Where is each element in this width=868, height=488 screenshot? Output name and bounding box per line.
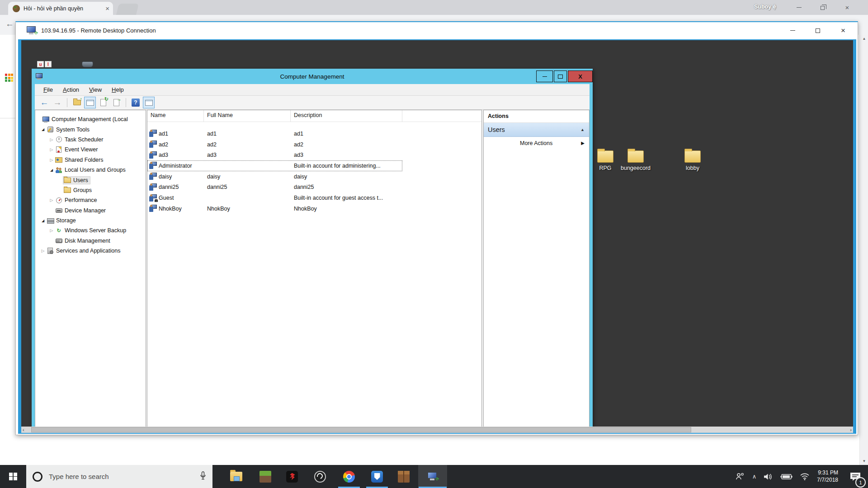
collapse-caret-icon[interactable]: ▲: [580, 127, 585, 132]
user-row-guest[interactable]: ↓Guest Built-in account for guest access…: [147, 192, 402, 203]
more-actions-item[interactable]: More Actions ▶: [484, 137, 589, 149]
browser-tab[interactable]: Hỏi - hỏi về phần quyền ×: [8, 2, 113, 15]
column-header-full-name[interactable]: Full Name: [204, 110, 291, 122]
tree-item-local-users-and-groups[interactable]: ◢ Local Users and Groups: [35, 165, 146, 175]
restore-icon: [821, 6, 825, 10]
cortana-icon: [33, 472, 42, 482]
clock-date: 7/7/2018: [817, 477, 838, 484]
menu-help[interactable]: Help: [107, 86, 129, 93]
expander-icon[interactable]: ▷: [48, 158, 55, 162]
start-button[interactable]: [0, 465, 26, 488]
tree-item-shared-folders[interactable]: ▷ Shared Folders: [35, 155, 146, 165]
taskbar-file-explorer[interactable]: [222, 465, 250, 488]
apps-grid-icon[interactable]: [5, 74, 14, 83]
taskbar-chrome[interactable]: [335, 465, 363, 488]
browser-close-button[interactable]: ×: [835, 0, 860, 15]
wifi-icon[interactable]: [800, 473, 810, 480]
refresh-button[interactable]: ↻: [97, 97, 109, 108]
microphone-icon[interactable]: [200, 471, 206, 482]
desktop-folder-lobby[interactable]: lobby: [668, 150, 717, 171]
show-console-tree-button[interactable]: [84, 97, 96, 108]
desktop-icon-partial[interactable]: u: [37, 61, 44, 67]
actions-users-section[interactable]: Users ▲: [484, 123, 589, 137]
action-center-button[interactable]: 1: [843, 465, 868, 488]
expander-icon[interactable]: ▷: [48, 137, 55, 142]
tree-item-users[interactable]: Users: [35, 175, 146, 185]
tree-item-event-viewer[interactable]: ▷ Event Viewer: [35, 145, 146, 155]
menu-file[interactable]: File: [38, 86, 58, 93]
taskbar-garena[interactable]: [278, 465, 306, 488]
help-button[interactable]: ?: [130, 97, 142, 108]
cm-close-button[interactable]: X: [568, 70, 593, 82]
tree-item-services-and-applications[interactable]: ▷ Services and Applications: [35, 246, 146, 256]
pan-left-icon[interactable]: ‹: [23, 427, 24, 433]
cm-maximize-button[interactable]: [554, 70, 567, 82]
export-list-button[interactable]: →: [110, 97, 122, 108]
taskbar-crafting-table[interactable]: [390, 465, 418, 488]
pan-thumb[interactable]: [31, 427, 691, 432]
taskbar-clock[interactable]: 9:31 PM 7/7/2018: [817, 469, 838, 483]
expander-icon[interactable]: ◢: [40, 127, 46, 131]
expander-icon[interactable]: ▷: [48, 198, 55, 202]
user-row-nhokboy[interactable]: NhokBoy NhokBoy NhokBoy: [147, 203, 402, 214]
tree-item-computer-management[interactable]: Computer Management (Local: [35, 114, 146, 124]
rdp-minimize-button[interactable]: [780, 22, 805, 39]
taskbar-search[interactable]: [26, 465, 212, 488]
tree-item-task-scheduler[interactable]: ▷ Task Scheduler: [35, 135, 146, 145]
user-row-ad2[interactable]: ad2 ad2 ad2: [147, 139, 402, 150]
user-row-administrator[interactable]: Administrator Built-in account for admin…: [147, 160, 402, 171]
speaker-icon[interactable]: [764, 473, 773, 480]
tree-item-groups[interactable]: Groups: [35, 185, 146, 195]
people-icon[interactable]: [735, 473, 745, 480]
column-header-name[interactable]: Name: [147, 110, 204, 122]
tab-close-icon[interactable]: ×: [105, 5, 109, 12]
browser-back-button[interactable]: ←: [5, 19, 14, 29]
up-one-level-button[interactable]: ↑: [71, 97, 83, 108]
chevron-up-icon[interactable]: ∧: [752, 473, 757, 480]
expander-icon[interactable]: ▷: [48, 228, 55, 233]
browser-scrollbar[interactable]: ▲ ▼: [859, 35, 868, 465]
tree-item-disk-management[interactable]: Disk Management: [35, 236, 146, 246]
expander-icon[interactable]: ◢: [48, 168, 55, 172]
new-tab-button[interactable]: [116, 4, 139, 15]
browser-minimize-button[interactable]: [788, 0, 810, 15]
search-input[interactable]: [49, 473, 200, 480]
tree-item-storage[interactable]: ◢ Storage: [35, 216, 146, 225]
clock-icon: [55, 136, 63, 142]
browser-restore-button[interactable]: [811, 0, 834, 15]
taskbar-mcafee[interactable]: [363, 465, 391, 488]
battery-icon[interactable]: [780, 474, 793, 480]
desktop-icon-partial[interactable]: I: [45, 61, 52, 67]
pan-right-icon[interactable]: ›: [850, 427, 852, 433]
tree-item-windows-server-backup[interactable]: ▷ ↻ Windows Server Backup: [35, 225, 146, 235]
menu-view[interactable]: View: [84, 86, 107, 93]
recycle-bin-icon-partial[interactable]: [82, 61, 93, 67]
expander-icon[interactable]: ▷: [40, 249, 46, 253]
taskbar-rdp-active[interactable]: ⟳: [418, 465, 447, 488]
expander-icon[interactable]: ▷: [48, 147, 55, 152]
user-row-ad1[interactable]: ad1 ad1 ad1: [147, 128, 402, 139]
tree-item-device-manager[interactable]: Device Manager: [35, 206, 146, 216]
desktop-folder-bungeecord[interactable]: bungeecord: [611, 150, 660, 171]
rdp-title-bar[interactable]: ⟳ 103.94.16.95 - Remote Desktop Connecti…: [16, 22, 858, 39]
rdp-pan-scrollbar[interactable]: ‹ ›: [21, 427, 853, 433]
expander-icon[interactable]: ◢: [40, 219, 46, 223]
back-button[interactable]: ←: [38, 97, 50, 108]
forward-button[interactable]: →: [52, 97, 63, 108]
user-row-ad3[interactable]: ad3 ad3 ad3: [147, 150, 402, 160]
rdp-close-button[interactable]: ×: [830, 22, 856, 39]
show-action-pane-button[interactable]: [143, 97, 155, 108]
tree-item-system-tools[interactable]: ◢ System Tools: [35, 124, 146, 134]
taskbar-minecraft[interactable]: [251, 465, 279, 488]
user-row-daisy[interactable]: daisy daisy daisy: [147, 171, 402, 182]
user-row-danni25[interactable]: danni25 danni25 danni25: [147, 182, 402, 193]
scroll-down-icon[interactable]: ▼: [860, 459, 868, 463]
column-header-description[interactable]: Description: [291, 110, 402, 122]
rdp-maximize-button[interactable]: [805, 22, 830, 39]
tree-item-performance[interactable]: ▷ Performance: [35, 195, 146, 205]
cm-title-bar[interactable]: Computer Management: [32, 69, 593, 84]
cm-minimize-button[interactable]: [536, 70, 553, 82]
taskbar-obs[interactable]: [306, 465, 334, 488]
menu-action[interactable]: Action: [58, 86, 84, 93]
scroll-up-icon[interactable]: ▲: [860, 37, 868, 41]
